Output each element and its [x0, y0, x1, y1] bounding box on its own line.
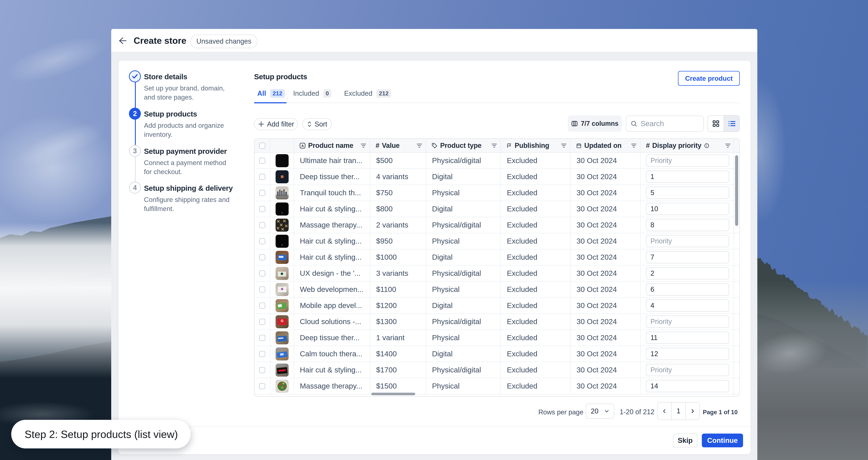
svg-text:A: A	[301, 144, 304, 148]
